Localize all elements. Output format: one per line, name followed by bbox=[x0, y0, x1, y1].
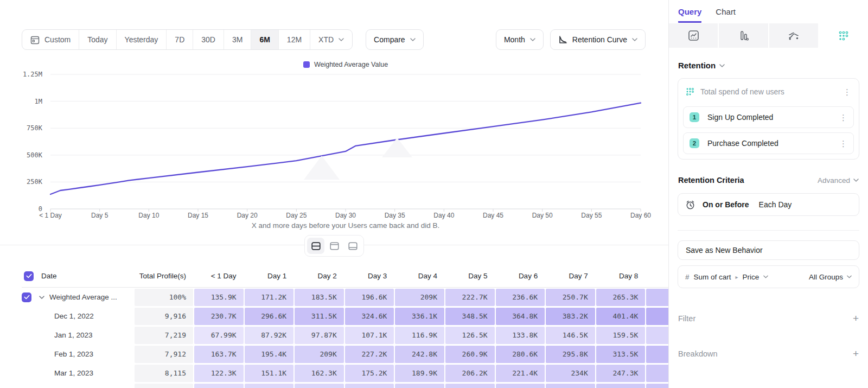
column-header: Total Profile(s) bbox=[134, 272, 194, 280]
x-tick-label: Day 20 bbox=[225, 212, 270, 219]
save-as-new-behavior-button[interactable]: Save as New Behavior bbox=[678, 240, 859, 260]
table-row: Jan 1, 20237,21967.99K87.92K97.87K107.1K… bbox=[22, 326, 668, 345]
retention-section-header[interactable]: Retention bbox=[678, 61, 859, 70]
measurement-subproperty[interactable]: Price bbox=[743, 273, 760, 281]
kebab-menu-icon[interactable]: ⋮ bbox=[843, 88, 851, 96]
criteria-mode-dropdown[interactable]: Advanced bbox=[818, 176, 859, 185]
panel-divider bbox=[678, 230, 859, 231]
retention-value-cell: 175.2K bbox=[345, 365, 394, 382]
kebab-menu-icon[interactable]: ⋮ bbox=[839, 113, 847, 122]
x-tick-label: < 1 Day bbox=[28, 212, 73, 219]
behavior-card: Total spend of new users ⋮ 1Sign Up Comp… bbox=[678, 78, 859, 160]
retention-value-cell: 107.1K bbox=[345, 327, 394, 344]
retention-value-cell bbox=[395, 384, 444, 388]
layout-table-only-toggle[interactable] bbox=[344, 238, 361, 254]
add-breakdown-button[interactable]: + bbox=[853, 348, 859, 359]
retention-value-cell: 126.5K bbox=[445, 327, 495, 344]
x-tick-label: Day 50 bbox=[520, 212, 565, 219]
retention-condition-box[interactable]: On or Before Each Day bbox=[678, 193, 859, 216]
retention-value-cell: 162.3K bbox=[295, 365, 344, 382]
chevron-down-icon bbox=[853, 179, 859, 182]
column-header: Day 3 bbox=[344, 272, 395, 280]
behavior-title: Total spend of new users bbox=[700, 87, 784, 96]
alarm-clock-icon bbox=[685, 200, 695, 210]
retention-value-cell: 348.5K bbox=[445, 308, 495, 325]
retention-value-cell-clipped bbox=[646, 308, 668, 325]
report-type-tab-funnel-icon[interactable] bbox=[719, 23, 768, 48]
query-panel: Query Chart Retention Total spend of new… bbox=[668, 0, 868, 388]
retention-value-cell: 171.2K bbox=[245, 289, 294, 306]
layout-chart-only-toggle[interactable] bbox=[326, 238, 343, 254]
retention-value-cell bbox=[546, 384, 595, 388]
x-tick-label: Day 40 bbox=[421, 212, 467, 219]
step-event-label: Purchase Completed bbox=[707, 139, 778, 148]
table-row-partial bbox=[22, 383, 668, 388]
retention-value-cell-clipped bbox=[646, 365, 668, 382]
tab-chart[interactable]: Chart bbox=[716, 7, 736, 23]
y-tick-label: 1.25M bbox=[15, 71, 42, 78]
retention-value-cell: 260.9K bbox=[445, 346, 495, 363]
row-label[interactable]: Dec 1, 2022 bbox=[54, 312, 94, 320]
retention-value-cell: 401.4K bbox=[596, 308, 646, 325]
report-type-tab-retention-icon[interactable] bbox=[819, 23, 868, 48]
filter-row: Filter + bbox=[678, 313, 859, 323]
row-checkbox[interactable] bbox=[22, 292, 31, 302]
retention-curve-chart: X and more days before your Users came b… bbox=[0, 0, 668, 255]
layout-toggle-group bbox=[304, 235, 364, 257]
retention-value-cell: 230.7K bbox=[194, 308, 244, 325]
panel-tabs: Query Chart bbox=[669, 0, 868, 23]
layout-split-toggle[interactable] bbox=[307, 238, 324, 254]
y-tick-label: 1M bbox=[15, 98, 42, 105]
table-header-row: DateTotal Profile(s)< 1 DayDay 1Day 2Day… bbox=[22, 265, 668, 288]
row-label[interactable]: Weighted Average ... bbox=[49, 293, 117, 301]
retention-value-cell: 209K bbox=[395, 289, 444, 306]
total-profiles-cell: 7,912 bbox=[135, 346, 193, 363]
x-tick-label: Day 30 bbox=[323, 212, 368, 219]
retention-value-cell bbox=[295, 384, 344, 388]
group-dropdown[interactable]: All Groups bbox=[809, 273, 852, 281]
row-label[interactable]: Jan 1, 2023 bbox=[54, 331, 93, 339]
select-all-checkbox[interactable] bbox=[24, 271, 34, 281]
tab-query[interactable]: Query bbox=[678, 7, 701, 23]
row-label[interactable]: Feb 1, 2023 bbox=[54, 350, 93, 358]
x-tick-label: Day 15 bbox=[175, 212, 221, 219]
table-row: Mar 1, 20238,115122.3K151.1K162.3K175.2K… bbox=[22, 364, 668, 383]
behavior-step-1[interactable]: 1Sign Up Completed⋮ bbox=[683, 106, 854, 128]
retention-value-cell: 151.1K bbox=[245, 365, 294, 382]
total-profiles-cell: 8,115 bbox=[135, 365, 193, 382]
retention-value-cell: 116.9K bbox=[395, 327, 444, 344]
report-type-tabs bbox=[669, 23, 868, 48]
number-property-icon: # bbox=[685, 273, 690, 281]
retention-value-cell: 133.8K bbox=[496, 327, 545, 344]
behavior-title-row[interactable]: Total spend of new users ⋮ bbox=[683, 84, 854, 102]
retention-value-cell: 135.9K bbox=[194, 289, 244, 306]
retention-value-cell: 189.9K bbox=[395, 365, 444, 382]
breakdown-row: Breakdown + bbox=[678, 348, 859, 359]
retention-value-cell-clipped bbox=[646, 384, 668, 388]
retention-value-cell: 227.2K bbox=[345, 346, 394, 363]
condition-primary: On or Before bbox=[703, 200, 749, 209]
add-filter-button[interactable]: + bbox=[853, 313, 859, 323]
insights-icon bbox=[688, 30, 699, 41]
flows-icon bbox=[788, 30, 800, 41]
retention-table: DateTotal Profile(s)< 1 DayDay 1Day 2Day… bbox=[0, 265, 668, 388]
column-header: Day 5 bbox=[445, 272, 495, 280]
row-label[interactable]: Mar 1, 2023 bbox=[54, 369, 93, 377]
behavior-step-2[interactable]: 2Purchase Completed⋮ bbox=[683, 132, 854, 154]
retention-value-cell: 146.5K bbox=[546, 327, 595, 344]
measurement-property[interactable]: Sum of cart bbox=[694, 273, 731, 281]
expand-chevron-icon[interactable] bbox=[39, 296, 44, 299]
retention-value-cell: 364.8K bbox=[496, 308, 545, 325]
save-label: Save as New Behavior bbox=[686, 246, 763, 255]
date-column-header: Date bbox=[41, 272, 57, 280]
kebab-menu-icon[interactable]: ⋮ bbox=[839, 139, 847, 148]
chevron-down-icon bbox=[719, 64, 725, 67]
report-type-tab-insights-icon[interactable] bbox=[669, 23, 718, 48]
column-header: Day 2 bbox=[294, 272, 344, 280]
behavior-steps: 1Sign Up Completed⋮2Purchase Completed⋮ bbox=[683, 106, 854, 154]
retention-value-cell: 336.1K bbox=[395, 308, 444, 325]
y-tick-label: 750K bbox=[15, 124, 42, 132]
table-row: Dec 1, 20229,916230.7K296.6K311.5K324.6K… bbox=[22, 307, 668, 326]
table-body: Weighted Average ...100%135.9K171.2K183.… bbox=[0, 288, 668, 388]
report-type-tab-flows-icon[interactable] bbox=[769, 23, 818, 48]
